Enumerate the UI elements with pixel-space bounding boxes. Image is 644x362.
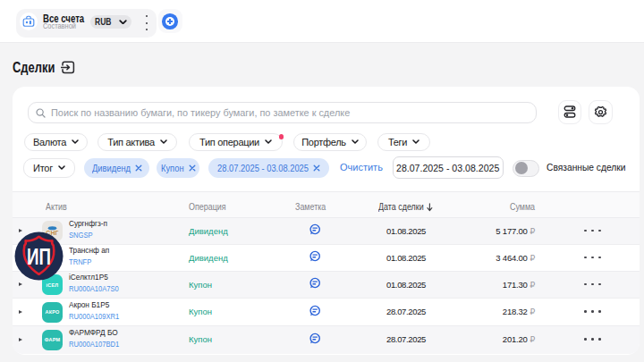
- svg-text:ИП: ИП: [27, 244, 51, 269]
